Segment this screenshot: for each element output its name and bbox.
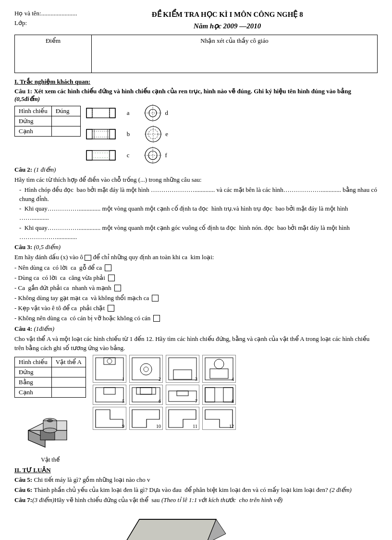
view11-num: 11 [193,424,197,429]
svg-point-36 [47,419,53,422]
header: Họ và tên:....................... Lớp: Đ… [14,9,378,32]
q3-item2: - Dùng ca có lời ca căng vừa phải [14,274,378,282]
svg-point-39 [107,359,112,364]
solid-3d [19,402,81,454]
view9-num: 9 [122,424,124,429]
fig-a-group: a [86,106,130,120]
svg-rect-56 [205,388,215,402]
q1-layout: Hình chiếu Đúng Đứng Cạnh [14,104,378,164]
svg-rect-1 [86,108,92,118]
checkbox1[interactable] [105,264,111,271]
section2-title: II. TỰ LUẬN [14,466,378,474]
q4-table-area: Hình chiếu Vật thể A Đứng Bằng Cạnh [14,355,86,464]
q7: Câu 7:(3 điểm)Hãy vẽ hình chiếu đứng của… [14,496,378,505]
svg-rect-49 [104,388,115,394]
svg-point-46 [214,359,224,369]
figures-row3: c f [86,146,378,164]
q4-r1-val[interactable] [51,367,86,377]
fig-c [86,149,124,162]
q1-row1-val[interactable] [51,116,80,126]
q1-figures: a d [86,104,378,164]
label-a: a [127,109,130,117]
q1-table-area: Hình chiếu Đúng Đứng Cạnh [14,104,81,138]
fig-e [144,125,162,143]
q4-r2: Bằng [15,377,52,387]
checkbox2[interactable] [108,275,115,281]
view10-num: 10 [156,424,161,429]
figures-row2: b e [86,125,378,143]
nhanxet-cell: Nhận xét của thầy cô giáo [92,35,377,73]
subtitle: Năm học 2009 —2010 [77,20,378,32]
checkbox6[interactable] [153,315,160,322]
q1-th2: Đúng [51,106,80,116]
svg-rect-0 [86,108,115,118]
view6-num: 6 [159,399,161,404]
q3-title: Câu 3: (0,5 điểm) [14,243,378,252]
q4-views: 1 2 3 [93,355,378,430]
checkbox5[interactable] [108,305,114,312]
checkbox3[interactable] [114,285,121,291]
view7-num: 7 [195,399,197,404]
trapezoid-area [110,510,378,540]
label-d: d [165,109,168,117]
q4-r1: Đứng [15,367,52,377]
svg-rect-54 [177,391,188,396]
view-12: 12 [202,407,236,430]
view3-num: 3 [195,377,197,382]
header-left: Họ và tên:....................... Lớp: [14,9,77,27]
view-9: 9 [93,407,126,430]
svg-rect-53 [169,391,196,402]
checkbox4[interactable] [152,295,159,301]
q2-line1: Hãy tìm các từ thích hợp để điền vào chỗ… [14,176,378,185]
svg-rect-48 [96,388,123,402]
svg-rect-11 [110,129,115,139]
view-4: 4 [202,355,236,383]
fig-a [86,106,124,120]
q4-th2: Vật thể A [51,357,86,367]
q4-table: Hình chiếu Vật thể A Đứng Bằng Cạnh [14,357,86,398]
svg-point-41 [140,364,152,375]
svg-rect-51 [136,388,156,394]
q3-item4: - Không dùng tay gạt mạt ca và không thổ… [14,294,378,302]
q3-item3: - Ca gắn đứt phải ca nhanh và mạnh [14,284,378,292]
svg-rect-55 [205,388,233,402]
view-8: 8 [202,385,236,405]
q1-label: Câu 1: [14,88,32,95]
lop: Lớp: [14,18,77,28]
view1-num: 1 [122,377,124,382]
svg-rect-10 [86,129,92,139]
q2-b2: - Khi quay…………….............. một vòng q… [19,204,378,223]
q3-items: - Nên dùng ca có lời ca gỗ để ca - Dùng … [14,264,378,322]
fig-c-group: c [86,149,130,162]
svg-point-35 [43,428,57,433]
q4-th1: Hình chiếu [15,357,52,367]
q2-title: Câu 2: (1 điểm) [14,165,378,175]
view-5: 5 [93,385,126,405]
q4-r3-val[interactable] [51,387,86,397]
header-center: ĐỀ KIỂM TRA HỌC KÌ I MÔN CÔNG NGHỆ 8 Năm… [77,9,378,32]
svg-rect-52 [140,388,152,394]
svg-rect-37 [96,358,123,380]
q4-layout: Hình chiếu Vật thể A Đứng Bằng Cạnh [14,355,378,464]
fig-f [144,146,162,164]
view2-num: 2 [159,377,161,382]
q3-item1: - Nên dùng ca có lời ca gỗ để ca [14,264,378,272]
ho-va-ten: Họ và tên:....................... [14,9,77,18]
q3-desc: Em hãy đánh dấu (x) vào ô để chỉ những q… [14,253,378,262]
svg-rect-44 [173,370,192,379]
q1-desc: Xét xem các hình chiếu đứng và hình chiế… [34,88,351,95]
q1-table: Hình chiếu Đúng Đứng Cạnh [14,106,81,137]
svg-point-42 [144,367,148,372]
svg-rect-21 [86,151,92,160]
q1-row2-val[interactable] [51,126,80,137]
q1-note: (0,5điểm) [14,95,40,102]
fig-d [144,104,162,122]
svg-rect-47 [210,369,228,378]
view-10: 10 [129,407,163,430]
q4-r2-val[interactable] [51,377,86,387]
fig-e-group: e [144,125,168,143]
score-box: Điểm Nhận xét của thầy cô giáo [14,35,378,73]
view4-num: 4 [232,377,234,382]
solid-object-area: Vật thể [14,402,86,464]
fig-d-group: d [144,104,168,122]
